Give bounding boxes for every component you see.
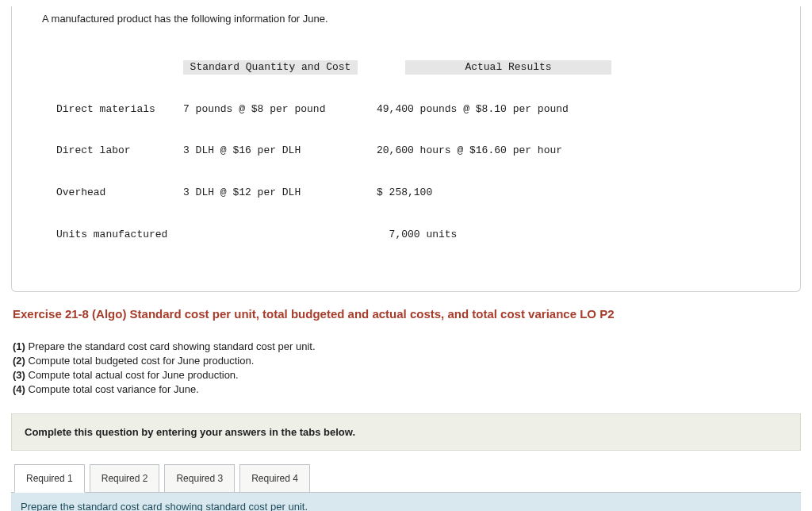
instructions-list: (1) Prepare the standard cost card showi…: [13, 340, 799, 398]
tab-required-2[interactable]: Required 2: [90, 464, 160, 493]
exercise-title: Exercise 21-8 (Algo) Standard cost per u…: [13, 306, 799, 322]
cell-std: 3 DLH @ $16 per DLH: [183, 144, 358, 158]
intro-text: A manufactured product has the following…: [42, 13, 786, 25]
tab-instruction: Prepare the standard cost card showing s…: [11, 493, 801, 511]
tab-panel: Prepare the standard cost card showing s…: [11, 492, 801, 511]
cell-std: 7 pounds @ $8 per pound: [183, 102, 358, 117]
cell-actual: 7,000 units: [377, 228, 599, 242]
row-label: Direct materials: [56, 102, 183, 117]
cell-actual: $ 258,100: [377, 186, 599, 200]
col-header-standard: Standard Quantity and Cost: [183, 60, 358, 75]
cell-std: 3 DLH @ $12 per DLH: [183, 186, 358, 200]
tabs-row: Required 1 Required 2 Required 3 Require…: [11, 463, 801, 492]
givens-table: Standard Quantity and Cost Actual Result…: [56, 33, 786, 269]
tab-required-1[interactable]: Required 1: [14, 464, 85, 493]
cell-actual: 49,400 pounds @ $8.10 per pound: [377, 102, 599, 117]
problem-info-box: A manufactured product has the following…: [11, 6, 801, 292]
col-header-actual: Actual Results: [405, 60, 611, 75]
complete-instruction-bar: Complete this question by entering your …: [11, 413, 801, 451]
tab-required-3[interactable]: Required 3: [164, 464, 235, 493]
tab-required-4[interactable]: Required 4: [239, 464, 310, 493]
cell-std: [183, 228, 358, 242]
row-label: Units manufactured: [56, 228, 183, 242]
cell-actual: 20,600 hours @ $16.60 per hour: [377, 144, 599, 158]
row-label: Overhead: [56, 186, 183, 200]
row-label: Direct labor: [56, 144, 183, 158]
